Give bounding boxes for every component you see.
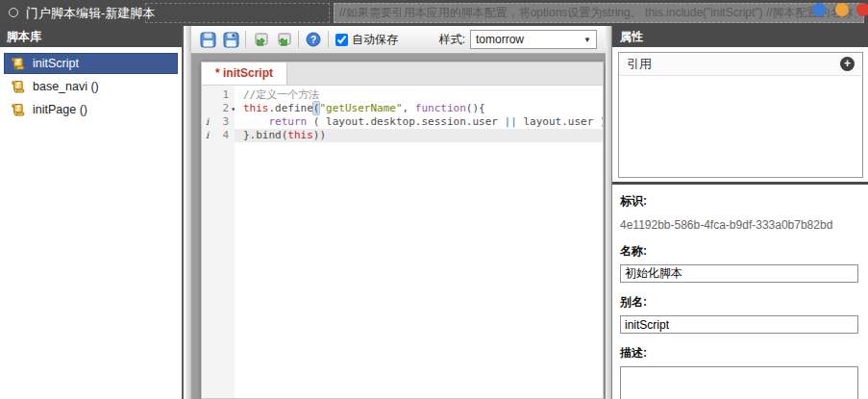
style-dropdown[interactable]: tomorrow ▼ <box>470 30 597 49</box>
code-text: return ( layout.desktop.session.user || … <box>235 115 604 129</box>
script-scroll-icon <box>10 57 25 71</box>
script-library-header: 脚本库 <box>0 26 182 47</box>
fold-arrow-icon[interactable]: ▾ <box>231 103 236 116</box>
save-as-button[interactable] <box>219 29 242 50</box>
info-icon: i <box>206 129 209 142</box>
properties-header: 属性 <box>612 26 868 47</box>
help-button[interactable]: ? <box>302 29 325 50</box>
save-button[interactable] <box>196 29 219 50</box>
code-lines: 1//定义一个方法2▾this.define("getUserName", fu… <box>202 86 603 142</box>
info-icon: i <box>206 115 209 129</box>
code-text: }.bind(this)) <box>235 129 603 142</box>
orange-dot[interactable] <box>835 3 849 16</box>
editor-tab-bar: * initScript <box>201 62 604 86</box>
toolbar-separator <box>298 31 299 48</box>
red-dot[interactable] <box>856 3 868 16</box>
drag-placeholder <box>145 3 330 23</box>
tab-initscript[interactable]: * initScript <box>202 62 287 85</box>
overlay-hint-text: //如果需要引用本应用的脚本配置，将options设置为string。 this… <box>334 3 864 23</box>
import-button[interactable] <box>249 29 272 50</box>
plus-circle-icon[interactable]: + <box>840 57 855 71</box>
editor-panel: ? 自动保存 样式: tomorrow ▼ * initScript 1//定义… <box>191 26 606 399</box>
code-line-3: 3i return ( layout.desktop.session.user … <box>202 115 603 129</box>
script-scroll-icon <box>10 80 25 94</box>
id-label: 标识: <box>620 193 858 210</box>
script-list: initScriptbase_navi ()initPage () <box>0 47 182 120</box>
sidebar-item-initscript[interactable]: initScript <box>4 53 178 74</box>
code-text: //定义一个方法 <box>235 88 603 102</box>
code-editor[interactable]: 1//定义一个方法2▾this.define("getUserName", fu… <box>201 86 604 399</box>
svg-text:?: ? <box>310 35 316 45</box>
title-bar: 门户脚本编辑-新建脚本 //如果需要引用本应用的脚本配置，将options设置为… <box>0 0 868 26</box>
editor-toolbar: ? 自动保存 样式: tomorrow ▼ <box>191 26 606 54</box>
reference-section-header: 引用 + <box>619 53 862 76</box>
reference-section: 引用 + <box>618 52 863 178</box>
circle-icon <box>9 8 18 17</box>
export-button[interactable] <box>272 29 295 50</box>
import-icon <box>253 32 269 48</box>
code-line-1: 1//定义一个方法 <box>202 88 603 102</box>
save-icon <box>200 32 216 48</box>
name-label: 名称: <box>620 243 858 260</box>
style-dropdown-value: tomorrow <box>476 33 583 46</box>
property-fields: 标识: 4e1192bb-586b-4fca-b9df-333a0b7b82bd… <box>620 187 858 399</box>
line-number: 4i <box>202 129 235 142</box>
reference-label: 引用 <box>627 56 652 73</box>
description-label: 描述: <box>620 345 858 362</box>
properties-panel: 属性 引用 + 标识: 4e1192bb-586b-4fca-b9df-333a… <box>611 26 868 399</box>
alias-field[interactable] <box>620 315 858 334</box>
toolbar-separator <box>328 31 329 48</box>
blue-dot[interactable] <box>812 3 826 16</box>
section-divider <box>612 182 868 185</box>
script-item-label: initScript <box>33 57 79 70</box>
id-value: 4e1192bb-586b-4fca-b9df-333a0b7b82bd <box>620 218 858 232</box>
description-field[interactable] <box>620 366 858 399</box>
name-field[interactable] <box>620 264 858 283</box>
code-editor-container: * initScript 1//定义一个方法2▾this.define("get… <box>201 62 604 399</box>
style-label: 样式: <box>439 32 465 48</box>
toolbar-separator <box>245 31 246 48</box>
autosave-checkbox[interactable] <box>335 34 348 46</box>
script-editor-window: 门户脚本编辑-新建脚本 //如果需要引用本应用的脚本配置，将options设置为… <box>0 0 868 399</box>
autosave-label: 自动保存 <box>352 32 398 48</box>
script-item-label: base_navi () <box>33 80 99 93</box>
line-number: 1 <box>202 88 235 102</box>
autosave-toggle: 自动保存 <box>335 32 398 48</box>
code-text: this.define("getUserName", function(){ <box>235 102 603 115</box>
window-title: 门户脚本编辑-新建脚本 <box>26 0 155 26</box>
sidebar-item-initpage[interactable]: initPage () <box>4 99 178 120</box>
script-library-panel: 脚本库 initScriptbase_navi ()initPage () <box>0 26 184 399</box>
line-number: 2▾ <box>202 102 235 115</box>
export-icon <box>276 32 292 48</box>
code-line-2: 2▾this.define("getUserName", function(){ <box>202 102 603 115</box>
alias-label: 别名: <box>620 294 858 311</box>
chevron-down-icon: ▼ <box>583 36 591 44</box>
save-as-icon <box>223 32 239 48</box>
script-scroll-icon <box>10 103 25 117</box>
line-number: 3i <box>202 115 235 129</box>
code-line-4: 4i}.bind(this)) <box>202 129 603 142</box>
script-item-label: initPage () <box>33 103 87 116</box>
help-icon: ? <box>306 32 321 47</box>
sidebar-item-basenavi[interactable]: base_navi () <box>4 76 178 97</box>
